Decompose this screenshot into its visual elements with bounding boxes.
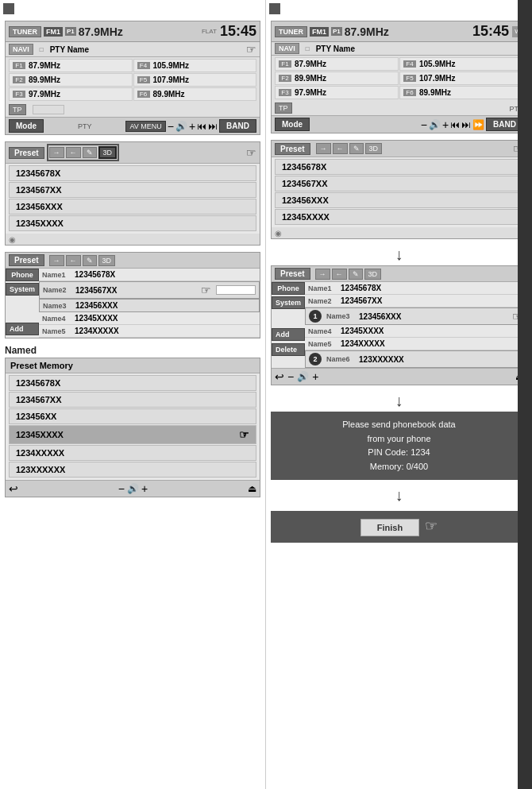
tp-button-right[interactable]: TP bbox=[275, 102, 292, 114]
preset-back-btn-right[interactable]: ← bbox=[333, 143, 348, 154]
phone-edit-btn-right[interactable]: ✎ bbox=[349, 269, 363, 280]
ctrl-speaker-left[interactable]: 🔊 bbox=[175, 121, 187, 132]
name-row-left-5[interactable]: Name5 1234XXXXX bbox=[39, 325, 260, 338]
freq-row-right-6[interactable]: F6 89.9MHz bbox=[399, 86, 523, 99]
bottom-plus[interactable]: + bbox=[141, 482, 148, 495]
preset-memory-item-5[interactable]: 1234XXXXX bbox=[9, 445, 256, 461]
ctrl-ff-right[interactable]: ⏩ bbox=[472, 119, 484, 130]
ctrl-minus-phone-right[interactable]: − bbox=[287, 370, 294, 383]
phone-forward-btn-right[interactable]: → bbox=[315, 269, 330, 280]
name-row-right-1[interactable]: Name1 12345678X bbox=[305, 282, 526, 295]
preset-item-left-2[interactable]: 1234567XX bbox=[9, 182, 256, 198]
tp-button-left[interactable]: TP bbox=[9, 104, 26, 115]
ctrl-speaker-phone-right[interactable]: 🔊 bbox=[297, 371, 309, 382]
system-button-left[interactable]: System bbox=[6, 283, 39, 296]
freq-row-right-1[interactable]: F1 87.9MHz bbox=[275, 57, 399, 71]
preset-icon-group-right: → ← ✎ 3D bbox=[316, 143, 383, 154]
preset-item-left-3[interactable]: 123456XXX bbox=[9, 199, 256, 215]
freq-row-3[interactable]: F3 97.9MHz bbox=[9, 87, 133, 101]
preset-memory-item-6[interactable]: 123XXXXXX bbox=[9, 462, 256, 478]
phone-3d-btn-right[interactable]: 3D bbox=[364, 269, 382, 280]
system-button-right[interactable]: System bbox=[272, 296, 305, 309]
freq-row-5[interactable]: F5 107.9MHz bbox=[133, 73, 257, 87]
name-row-right-5[interactable]: Name5 1234XXXXX bbox=[305, 338, 526, 350]
bottom-speaker[interactable]: 🔊 bbox=[127, 483, 139, 494]
navi-button-left[interactable]: NAVI bbox=[9, 44, 33, 55]
phone-edit-btn[interactable]: ✎ bbox=[83, 255, 97, 266]
preset-back-btn[interactable]: ← bbox=[66, 147, 81, 158]
avmenu-button-left[interactable]: AV MENU bbox=[125, 121, 165, 132]
preset-item-right-4[interactable]: 12345XXXX bbox=[275, 209, 523, 225]
phone-back-btn-right[interactable]: ← bbox=[332, 269, 347, 280]
freq-val-right-3: 97.9MHz bbox=[295, 88, 326, 97]
phone-button-right[interactable]: Phone bbox=[272, 282, 305, 295]
preset-item-right-2[interactable]: 1234567XX bbox=[275, 176, 523, 191]
ctrl-prev-right[interactable]: ⏮ bbox=[450, 119, 460, 130]
preset-forward-btn[interactable]: → bbox=[49, 147, 64, 158]
navi-button-right[interactable]: NAVI bbox=[275, 43, 299, 54]
preset-memory-item-2[interactable]: 1234567XX bbox=[9, 392, 256, 408]
ctrl-speaker-right[interactable]: 🔊 bbox=[429, 119, 441, 130]
preset-memory-item-4[interactable]: 12345XXXX ☞ bbox=[9, 425, 256, 444]
freq-row-2[interactable]: F2 89.9MHz bbox=[9, 73, 133, 87]
freq-row-right-2[interactable]: F2 89.9MHz bbox=[275, 72, 399, 85]
freq-row-right-3[interactable]: F3 97.9MHz bbox=[275, 86, 399, 99]
name-row-right-4[interactable]: Name4 12345XXXX bbox=[305, 325, 526, 338]
freq-icon-3: F3 bbox=[13, 91, 25, 98]
preset-memory-item-1[interactable]: 12345678X bbox=[9, 375, 256, 391]
preset-3d-btn-right[interactable]: 3D bbox=[365, 143, 383, 154]
preset-forward-btn-right[interactable]: → bbox=[316, 143, 331, 154]
preset-item-right-1[interactable]: 12345678X bbox=[275, 159, 523, 175]
ctrl-rew-right[interactable]: ⏭ bbox=[461, 119, 471, 130]
back-icon-phone-right[interactable]: ↩ bbox=[275, 370, 284, 383]
name-row-right-6[interactable]: 2 Name6 123XXXXXX bbox=[305, 350, 526, 368]
preset-3d-btn[interactable]: 3D bbox=[98, 146, 118, 159]
tuner-button-left[interactable]: TUNER bbox=[9, 26, 41, 37]
phone-button-left[interactable]: Phone bbox=[6, 269, 39, 281]
delete-button-right[interactable]: Delete bbox=[272, 343, 305, 356]
ctrl-plus-left[interactable]: + bbox=[189, 120, 195, 133]
preset-memory-item-3[interactable]: 123456XX bbox=[9, 408, 256, 424]
phone-3d-btn[interactable]: 3D bbox=[98, 255, 116, 266]
freq-row-6[interactable]: F6 89.9MHz bbox=[133, 87, 257, 101]
phone-forward-btn[interactable]: → bbox=[49, 255, 64, 266]
finish-button[interactable]: Finish bbox=[360, 519, 419, 536]
name-row-left-2[interactable]: Name2 1234567XX ☞ bbox=[39, 281, 260, 299]
preset-label-right[interactable]: Preset bbox=[275, 143, 310, 155]
freq-row-4[interactable]: F4 105.9MHz bbox=[133, 59, 257, 72]
name-row-left-3[interactable]: Name3 123456XXX bbox=[39, 299, 260, 312]
name-row-right-3[interactable]: 1 Name3 123456XXX ☞ bbox=[305, 307, 526, 325]
preset-label-phone-left[interactable]: Preset bbox=[9, 254, 44, 266]
back-icon[interactable]: ↩ bbox=[9, 482, 18, 495]
preset-edit-btn-right[interactable]: ✎ bbox=[349, 143, 364, 154]
ctrl-prev-left[interactable]: ⏮ bbox=[197, 121, 206, 132]
band-button-left[interactable]: BAND bbox=[219, 119, 256, 133]
mode-button-right[interactable]: Mode bbox=[275, 118, 310, 131]
add-button-left[interactable]: Add bbox=[6, 323, 39, 335]
phone-back-btn[interactable]: ← bbox=[66, 255, 81, 266]
name-row-right-2[interactable]: Name2 1234567XX bbox=[305, 295, 526, 307]
name-row-left-4[interactable]: Name4 12345XXXX bbox=[39, 312, 260, 325]
mode-button-left[interactable]: Mode bbox=[9, 119, 44, 133]
ctrl-next-left[interactable]: ⏭ bbox=[208, 121, 218, 132]
ctrl-plus-right[interactable]: + bbox=[442, 118, 449, 131]
add-button-right[interactable]: Add bbox=[272, 328, 305, 341]
preset-item-right-3[interactable]: 123456XXX bbox=[275, 192, 523, 208]
bottom-eject[interactable]: ⏏ bbox=[248, 483, 256, 494]
ctrl-plus-phone-right[interactable]: + bbox=[312, 370, 318, 383]
preset-item-left-1[interactable]: 12345678X bbox=[9, 165, 256, 181]
ctrl-minus-left[interactable]: − bbox=[168, 120, 174, 133]
preset-item-left-4[interactable]: 12345XXXX bbox=[9, 215, 256, 231]
preset-label-left[interactable]: Preset bbox=[9, 147, 44, 159]
name-value-right-6: 123XXXXXX bbox=[359, 355, 404, 364]
ctrl-minus-right[interactable]: − bbox=[421, 118, 427, 131]
freq-row-right-4[interactable]: F4 105.9MHz bbox=[399, 57, 523, 71]
preset-label-phone-right[interactable]: Preset bbox=[275, 268, 310, 280]
bottom-minus[interactable]: − bbox=[118, 482, 125, 495]
preset-edit-btn[interactable]: ✎ bbox=[83, 147, 97, 158]
freq-row-1[interactable]: F1 87.9MHz bbox=[9, 59, 133, 72]
name-row-left-1[interactable]: Name1 12345678X bbox=[39, 269, 260, 281]
tuner-button-right[interactable]: TUNER bbox=[275, 26, 307, 37]
freq-row-right-5[interactable]: F5 107.9MHz bbox=[399, 72, 523, 85]
name-input-field[interactable] bbox=[216, 285, 256, 295]
